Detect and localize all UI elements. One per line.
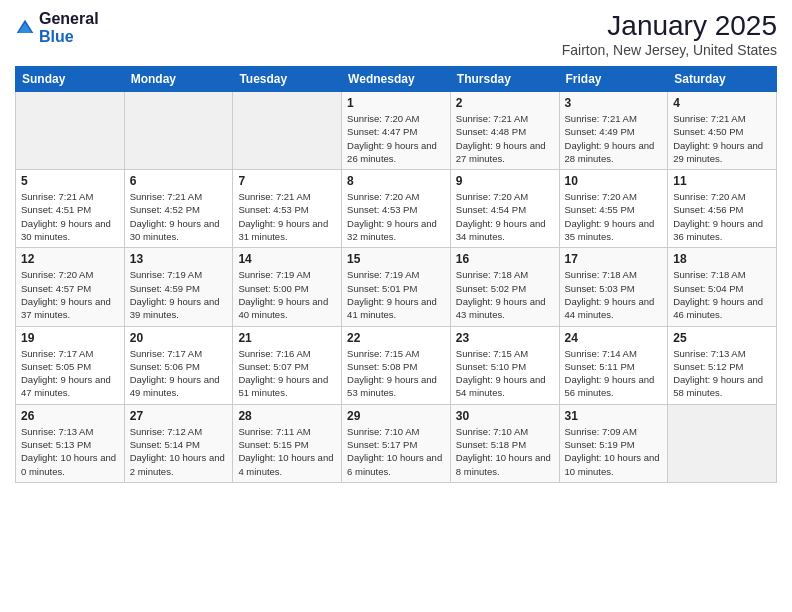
day-info: Sunrise: 7:16 AM Sunset: 5:07 PM Dayligh… xyxy=(238,347,336,400)
calendar-cell: 29Sunrise: 7:10 AM Sunset: 5:17 PM Dayli… xyxy=(342,404,451,482)
calendar-cell: 15Sunrise: 7:19 AM Sunset: 5:01 PM Dayli… xyxy=(342,248,451,326)
day-number: 9 xyxy=(456,174,554,188)
page: General Blue January 2025 Fairton, New J… xyxy=(0,0,792,493)
day-info: Sunrise: 7:19 AM Sunset: 4:59 PM Dayligh… xyxy=(130,268,228,321)
calendar-week-1: 1Sunrise: 7:20 AM Sunset: 4:47 PM Daylig… xyxy=(16,92,777,170)
day-number: 27 xyxy=(130,409,228,423)
day-info: Sunrise: 7:21 AM Sunset: 4:53 PM Dayligh… xyxy=(238,190,336,243)
day-info: Sunrise: 7:21 AM Sunset: 4:52 PM Dayligh… xyxy=(130,190,228,243)
day-info: Sunrise: 7:21 AM Sunset: 4:49 PM Dayligh… xyxy=(565,112,663,165)
calendar-cell: 23Sunrise: 7:15 AM Sunset: 5:10 PM Dayli… xyxy=(450,326,559,404)
calendar-cell: 31Sunrise: 7:09 AM Sunset: 5:19 PM Dayli… xyxy=(559,404,668,482)
day-info: Sunrise: 7:18 AM Sunset: 5:03 PM Dayligh… xyxy=(565,268,663,321)
calendar-week-3: 12Sunrise: 7:20 AM Sunset: 4:57 PM Dayli… xyxy=(16,248,777,326)
calendar-cell: 30Sunrise: 7:10 AM Sunset: 5:18 PM Dayli… xyxy=(450,404,559,482)
day-number: 20 xyxy=(130,331,228,345)
day-number: 2 xyxy=(456,96,554,110)
calendar-cell: 2Sunrise: 7:21 AM Sunset: 4:48 PM Daylig… xyxy=(450,92,559,170)
day-number: 7 xyxy=(238,174,336,188)
calendar-header-thursday: Thursday xyxy=(450,67,559,92)
day-info: Sunrise: 7:11 AM Sunset: 5:15 PM Dayligh… xyxy=(238,425,336,478)
day-info: Sunrise: 7:21 AM Sunset: 4:50 PM Dayligh… xyxy=(673,112,771,165)
day-info: Sunrise: 7:21 AM Sunset: 4:48 PM Dayligh… xyxy=(456,112,554,165)
calendar-cell: 13Sunrise: 7:19 AM Sunset: 4:59 PM Dayli… xyxy=(124,248,233,326)
day-number: 3 xyxy=(565,96,663,110)
day-info: Sunrise: 7:15 AM Sunset: 5:10 PM Dayligh… xyxy=(456,347,554,400)
day-number: 25 xyxy=(673,331,771,345)
calendar-cell: 19Sunrise: 7:17 AM Sunset: 5:05 PM Dayli… xyxy=(16,326,125,404)
calendar-cell: 8Sunrise: 7:20 AM Sunset: 4:53 PM Daylig… xyxy=(342,170,451,248)
calendar-cell: 21Sunrise: 7:16 AM Sunset: 5:07 PM Dayli… xyxy=(233,326,342,404)
day-number: 5 xyxy=(21,174,119,188)
day-number: 10 xyxy=(565,174,663,188)
calendar-header-tuesday: Tuesday xyxy=(233,67,342,92)
day-number: 29 xyxy=(347,409,445,423)
logo-general-label: General xyxy=(39,10,99,28)
calendar-cell: 20Sunrise: 7:17 AM Sunset: 5:06 PM Dayli… xyxy=(124,326,233,404)
calendar-header-row: SundayMondayTuesdayWednesdayThursdayFrid… xyxy=(16,67,777,92)
calendar-cell: 4Sunrise: 7:21 AM Sunset: 4:50 PM Daylig… xyxy=(668,92,777,170)
logo: General Blue xyxy=(15,10,99,45)
calendar-cell xyxy=(668,404,777,482)
day-number: 23 xyxy=(456,331,554,345)
day-number: 11 xyxy=(673,174,771,188)
day-number: 17 xyxy=(565,252,663,266)
day-info: Sunrise: 7:09 AM Sunset: 5:19 PM Dayligh… xyxy=(565,425,663,478)
day-info: Sunrise: 7:20 AM Sunset: 4:53 PM Dayligh… xyxy=(347,190,445,243)
day-info: Sunrise: 7:20 AM Sunset: 4:47 PM Dayligh… xyxy=(347,112,445,165)
day-number: 22 xyxy=(347,331,445,345)
calendar-header-saturday: Saturday xyxy=(668,67,777,92)
day-info: Sunrise: 7:18 AM Sunset: 5:02 PM Dayligh… xyxy=(456,268,554,321)
day-info: Sunrise: 7:13 AM Sunset: 5:12 PM Dayligh… xyxy=(673,347,771,400)
day-number: 6 xyxy=(130,174,228,188)
calendar-table: SundayMondayTuesdayWednesdayThursdayFrid… xyxy=(15,66,777,483)
day-number: 30 xyxy=(456,409,554,423)
calendar-cell: 27Sunrise: 7:12 AM Sunset: 5:14 PM Dayli… xyxy=(124,404,233,482)
calendar-cell: 16Sunrise: 7:18 AM Sunset: 5:02 PM Dayli… xyxy=(450,248,559,326)
calendar-header-sunday: Sunday xyxy=(16,67,125,92)
day-info: Sunrise: 7:20 AM Sunset: 4:56 PM Dayligh… xyxy=(673,190,771,243)
day-number: 26 xyxy=(21,409,119,423)
calendar-cell: 7Sunrise: 7:21 AM Sunset: 4:53 PM Daylig… xyxy=(233,170,342,248)
calendar-cell: 28Sunrise: 7:11 AM Sunset: 5:15 PM Dayli… xyxy=(233,404,342,482)
day-number: 16 xyxy=(456,252,554,266)
logo-icon xyxy=(15,18,35,38)
day-info: Sunrise: 7:17 AM Sunset: 5:06 PM Dayligh… xyxy=(130,347,228,400)
day-info: Sunrise: 7:20 AM Sunset: 4:55 PM Dayligh… xyxy=(565,190,663,243)
calendar-week-4: 19Sunrise: 7:17 AM Sunset: 5:05 PM Dayli… xyxy=(16,326,777,404)
logo-text: General Blue xyxy=(39,10,99,45)
calendar-cell: 14Sunrise: 7:19 AM Sunset: 5:00 PM Dayli… xyxy=(233,248,342,326)
day-number: 8 xyxy=(347,174,445,188)
logo-blue-label: Blue xyxy=(39,28,99,46)
day-info: Sunrise: 7:14 AM Sunset: 5:11 PM Dayligh… xyxy=(565,347,663,400)
day-number: 13 xyxy=(130,252,228,266)
header: General Blue January 2025 Fairton, New J… xyxy=(15,10,777,58)
calendar-cell: 11Sunrise: 7:20 AM Sunset: 4:56 PM Dayli… xyxy=(668,170,777,248)
calendar-week-2: 5Sunrise: 7:21 AM Sunset: 4:51 PM Daylig… xyxy=(16,170,777,248)
day-info: Sunrise: 7:19 AM Sunset: 5:00 PM Dayligh… xyxy=(238,268,336,321)
day-number: 21 xyxy=(238,331,336,345)
calendar-week-5: 26Sunrise: 7:13 AM Sunset: 5:13 PM Dayli… xyxy=(16,404,777,482)
day-info: Sunrise: 7:21 AM Sunset: 4:51 PM Dayligh… xyxy=(21,190,119,243)
calendar-cell: 6Sunrise: 7:21 AM Sunset: 4:52 PM Daylig… xyxy=(124,170,233,248)
title-block: January 2025 Fairton, New Jersey, United… xyxy=(562,10,777,58)
day-info: Sunrise: 7:13 AM Sunset: 5:13 PM Dayligh… xyxy=(21,425,119,478)
calendar-cell: 9Sunrise: 7:20 AM Sunset: 4:54 PM Daylig… xyxy=(450,170,559,248)
day-info: Sunrise: 7:18 AM Sunset: 5:04 PM Dayligh… xyxy=(673,268,771,321)
day-number: 4 xyxy=(673,96,771,110)
calendar-cell: 24Sunrise: 7:14 AM Sunset: 5:11 PM Dayli… xyxy=(559,326,668,404)
calendar-cell xyxy=(233,92,342,170)
day-number: 28 xyxy=(238,409,336,423)
day-number: 18 xyxy=(673,252,771,266)
calendar-subtitle: Fairton, New Jersey, United States xyxy=(562,42,777,58)
day-info: Sunrise: 7:12 AM Sunset: 5:14 PM Dayligh… xyxy=(130,425,228,478)
day-number: 31 xyxy=(565,409,663,423)
day-number: 14 xyxy=(238,252,336,266)
day-number: 1 xyxy=(347,96,445,110)
calendar-title: January 2025 xyxy=(562,10,777,42)
day-info: Sunrise: 7:10 AM Sunset: 5:17 PM Dayligh… xyxy=(347,425,445,478)
day-number: 19 xyxy=(21,331,119,345)
day-info: Sunrise: 7:15 AM Sunset: 5:08 PM Dayligh… xyxy=(347,347,445,400)
calendar-cell: 18Sunrise: 7:18 AM Sunset: 5:04 PM Dayli… xyxy=(668,248,777,326)
calendar-cell: 12Sunrise: 7:20 AM Sunset: 4:57 PM Dayli… xyxy=(16,248,125,326)
